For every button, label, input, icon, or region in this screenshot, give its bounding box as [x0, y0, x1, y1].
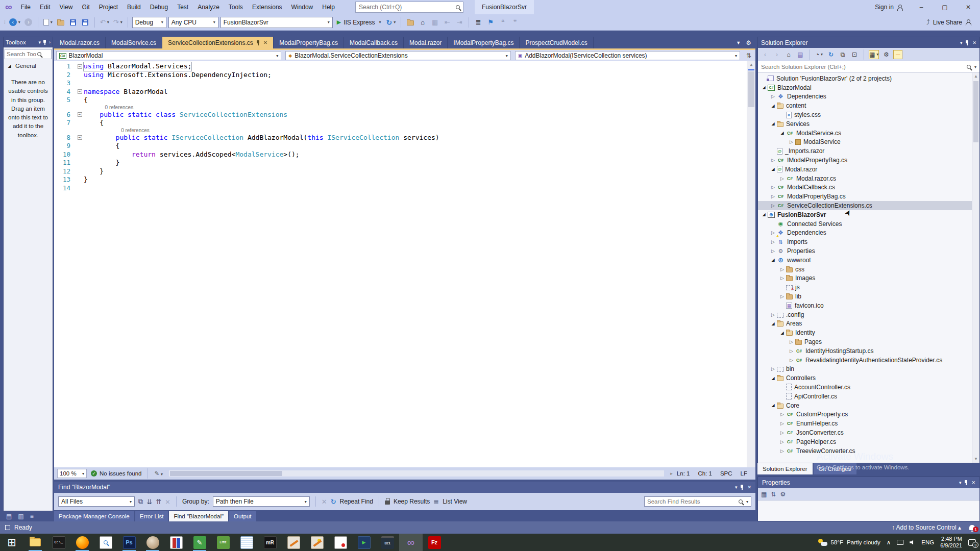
tree-item[interactable]: ▷lib [758, 292, 972, 301]
tree-item[interactable]: favicon.ico [758, 301, 972, 310]
taskbar-visual-studio-icon[interactable]: ∞ [399, 534, 423, 551]
taskbar-mpc-icon[interactable]: 321 [376, 534, 399, 551]
group-by-dropdown[interactable]: Path then File▾ [213, 496, 310, 507]
code-line[interactable]: 12 } [54, 167, 747, 176]
menu-edit[interactable]: Edit [35, 0, 55, 14]
browse-folder-button[interactable] [405, 17, 415, 28]
volume-icon[interactable] [910, 540, 915, 545]
taskbar-toolkit1-icon[interactable] [282, 534, 305, 551]
tree-item[interactable]: ▷ServiceCollectionExtensions.cs [758, 201, 972, 210]
code-line[interactable]: 8− public static IServiceCollection AddB… [54, 134, 747, 142]
expanded-arrow-icon[interactable]: ◢ [769, 258, 777, 262]
collapsed-arrow-icon[interactable]: ▷ [769, 239, 777, 244]
tree-item[interactable]: ▷RevalidatingIdentityAuthenticationState… [758, 356, 972, 365]
sign-in-button[interactable]: Sign in [868, 4, 910, 11]
tree-item[interactable]: ◢Areas [758, 319, 972, 329]
scrollbar-thumb[interactable] [973, 81, 978, 142]
properties-wrench-icon[interactable]: ⚙ [881, 50, 891, 59]
tree-item[interactable]: ◢FusionBlazorSvr [758, 210, 972, 219]
taskbar-mremote-icon[interactable]: mR [258, 534, 282, 551]
platform-dropdown[interactable]: Any CPU▾ [168, 17, 218, 28]
tree-item[interactable]: js [758, 283, 972, 292]
expanded-arrow-icon[interactable]: ◢ [760, 85, 768, 90]
alphabetical-view-icon[interactable]: ⇅ [771, 491, 776, 498]
project-dropdown[interactable]: C#BlazorModal▾ [56, 51, 281, 60]
expanded-arrow-icon[interactable]: ◢ [769, 321, 777, 326]
list-view-icon[interactable]: ≣ [433, 498, 439, 506]
collapsed-arrow-icon[interactable]: ▷ [769, 185, 777, 190]
code-line[interactable]: 9 { [54, 142, 747, 151]
line-ending-indicator[interactable]: LF [741, 470, 747, 477]
editor-tab[interactable]: Modal.razor.cs [54, 37, 106, 48]
notifications-bell-icon[interactable]: 1 [969, 525, 975, 530]
taskbar-toolkit2-icon[interactable] [305, 534, 329, 551]
collapsed-arrow-icon[interactable]: ▷ [778, 421, 786, 426]
fold-collapse-icon[interactable]: − [78, 89, 82, 94]
taskbar-start-icon[interactable]: ⊞ [0, 534, 23, 551]
spaces-indicator[interactable]: SPC [720, 470, 732, 477]
taskbar-dbtool-icon[interactable] [164, 534, 188, 551]
menu-view[interactable]: View [55, 0, 78, 14]
codelens-references[interactable]: 0 references [105, 105, 747, 111]
solution-explorer-search-input[interactable] [761, 64, 965, 70]
tree-item[interactable]: ▷EnumHelper.cs [758, 419, 972, 428]
code-line[interactable]: 14 [54, 184, 747, 193]
tree-item[interactable]: ApiController.cs [758, 392, 972, 401]
menu-project[interactable]: Project [94, 0, 122, 14]
collapsed-arrow-icon[interactable]: ▷ [778, 430, 786, 435]
refresh-browser-button[interactable]: ↻▾ [385, 17, 397, 28]
tree-item[interactable]: ▷CustomProperty.cs [758, 410, 972, 419]
solution-explorer-pin-icon[interactable] [965, 40, 969, 46]
expanded-arrow-icon[interactable]: ◢ [769, 167, 777, 171]
collapsed-arrow-icon[interactable]: ▷ [778, 448, 786, 454]
tree-item[interactable]: ◢wwwroot [758, 256, 972, 265]
code-editor[interactable]: 1−using BlazorModal.Services;2using Micr… [54, 61, 755, 467]
menu-git[interactable]: Git [77, 0, 94, 14]
taskbar-explorer-icon[interactable] [23, 534, 47, 551]
maximize-button[interactable]: ▢ [933, 0, 957, 14]
background-tasks-icon[interactable] [5, 525, 10, 530]
toolbox-search-input[interactable] [7, 51, 36, 57]
active-files-dropdown-icon[interactable]: ▼ [736, 40, 741, 45]
find-panel-close-icon[interactable]: ✕ [747, 485, 751, 490]
window-layout-icon[interactable]: ▦ [430, 17, 440, 28]
editor-tab[interactable]: Modal.razor [404, 37, 448, 48]
collapse-all-icon[interactable]: ⇈ [156, 498, 161, 506]
tree-item[interactable]: ◢ModalService.cs [758, 129, 972, 138]
editor-tab[interactable]: ProspectCrudModel.cs [520, 37, 593, 48]
minimize-button[interactable]: – [910, 0, 933, 14]
solution-explorer-close-icon[interactable]: ✕ [972, 40, 976, 45]
taskbar-search-app-icon[interactable] [94, 534, 117, 551]
menu-analyze[interactable]: Analyze [193, 0, 224, 14]
property-pages-icon[interactable]: ⚙ [780, 491, 786, 498]
pin-icon[interactable] [256, 40, 260, 46]
expanded-arrow-icon[interactable]: ◢ [769, 121, 777, 126]
scroll-up-icon[interactable]: ▲ [972, 73, 979, 80]
find-panel-options-icon[interactable]: ▾ [735, 485, 738, 490]
tree-item[interactable]: ▷Imports [758, 237, 972, 246]
properties-pin-icon[interactable] [964, 480, 968, 486]
tree-item[interactable]: ◢Modal.razor [758, 165, 972, 174]
code-line[interactable]: 5{ [54, 96, 747, 105]
window-options-gear-icon[interactable]: ⚙ [746, 39, 751, 46]
expanded-arrow-icon[interactable]: ◢ [760, 212, 768, 217]
taskbar-filezilla-icon[interactable]: Fz [423, 534, 446, 551]
open-file-button[interactable] [56, 17, 66, 28]
taskbar-notepad-icon[interactable] [235, 534, 258, 551]
action-center-icon[interactable]: 3 [968, 539, 976, 546]
clock[interactable]: 2:48 PM 6/9/2021 [940, 536, 962, 549]
collapsed-arrow-icon[interactable]: ▷ [778, 294, 786, 299]
panel-tab[interactable]: Git Changes [814, 463, 856, 474]
tree-item[interactable]: ▷bin [758, 365, 972, 374]
categorized-view-icon[interactable]: ▦ [761, 491, 767, 498]
dock-icon-1[interactable]: ▤ [6, 513, 12, 520]
type-dropdown[interactable]: ◆BlazorModal.ServiceCollectionExtensions… [285, 51, 510, 60]
scroll-right-icon[interactable]: ▸ [670, 471, 673, 476]
editor-tab[interactable]: ServiceCollectionExtensions.cs✕ [162, 37, 274, 48]
preview-selected-items-icon[interactable]: ─ [893, 50, 902, 59]
collapsed-arrow-icon[interactable]: ▷ [769, 203, 777, 208]
taskbar-lite-icon[interactable]: LITE [211, 534, 235, 551]
close-icon[interactable]: ✕ [263, 40, 267, 45]
tree-item[interactable]: ▷IModalPropertyBag.cs [758, 156, 972, 165]
taskbar-gimp-icon[interactable] [141, 534, 164, 551]
